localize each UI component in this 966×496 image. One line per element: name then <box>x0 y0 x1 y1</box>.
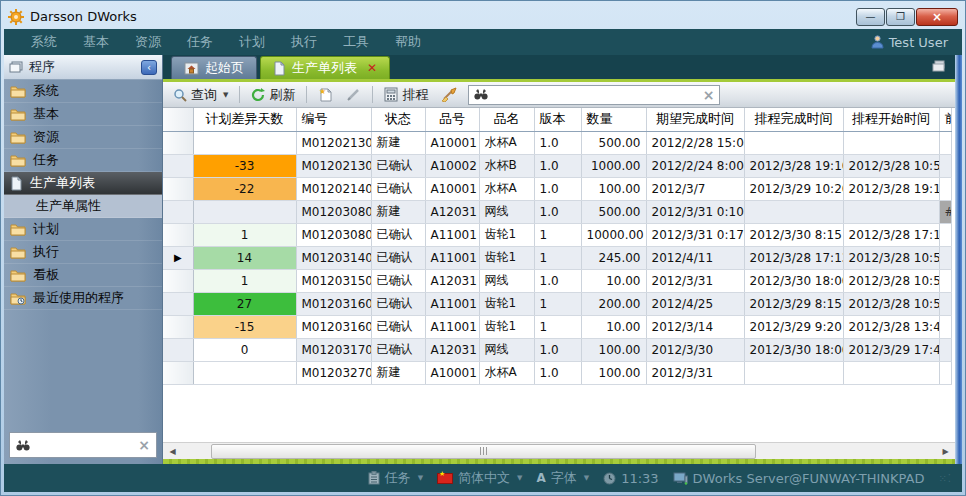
sidebar-item-5[interactable]: 生产单属性 <box>4 195 162 218</box>
scroll-left-icon[interactable]: ◀ <box>164 444 181 459</box>
tab-close-icon[interactable]: ✕ <box>367 61 377 75</box>
tab-home[interactable]: 起始页 <box>171 56 257 79</box>
cell-expect: 2012/4/11 <box>646 246 744 269</box>
resize-grip[interactable]: ⁙⁚ <box>938 473 952 484</box>
row-selector[interactable] <box>163 154 193 177</box>
column-header-2[interactable]: 状态 <box>371 108 425 131</box>
table-filter-box: × <box>468 85 720 105</box>
row-selector[interactable] <box>163 223 193 246</box>
edit-pencil-icon[interactable] <box>342 85 365 104</box>
folder-icon <box>10 246 26 259</box>
cell-sched_end <box>744 200 843 223</box>
tab-orders[interactable]: 生产单列表✕ <box>260 56 390 79</box>
cell-expect: 2012/3/31 0:10 <box>646 200 744 223</box>
sidebar-item-0[interactable]: 系统 <box>4 80 162 103</box>
sidebar-item-label: 系统 <box>33 82 59 100</box>
menu-item-1[interactable]: 基本 <box>70 30 122 54</box>
font-dropdown-icon[interactable]: ▼ <box>584 474 589 482</box>
column-header-3[interactable]: 品号 <box>425 108 479 131</box>
row-selector[interactable] <box>163 338 193 361</box>
menu-item-2[interactable]: 资源 <box>122 30 174 54</box>
table-row[interactable]: -15M012031602已确认A11001齿轮1110.002012/3/14… <box>163 315 951 338</box>
binoculars-icon <box>474 89 488 100</box>
new-document-icon[interactable]: ★ <box>314 85 337 105</box>
close-button[interactable]: × <box>916 8 958 26</box>
table-row[interactable]: ▶14M012031402已确认A11001齿轮11245.002012/4/1… <box>163 246 951 269</box>
table-row[interactable]: 1M012031501已确认A12031网线1.010.002012/3/312… <box>163 269 951 292</box>
table-row[interactable]: -33M012021302已确认A10002水杯B1.01000.002012/… <box>163 154 951 177</box>
task-menu[interactable]: 任务 ▼ <box>368 469 423 487</box>
tab-label: 起始页 <box>205 59 244 77</box>
sidebar-item-3[interactable]: 任务 <box>4 149 162 172</box>
table-row[interactable]: M012021301新建A10001水杯A1.0500.002012/2/28 … <box>163 131 951 154</box>
table-row[interactable]: -22M012021401已确认A10001水杯A1.0100.002012/3… <box>163 177 951 200</box>
column-header-10[interactable]: 前 <box>939 108 951 131</box>
sidebar-item-8[interactable]: 看板 <box>4 264 162 287</box>
menu-item-6[interactable]: 工具 <box>330 30 382 54</box>
sidebar-item-1[interactable]: 基本 <box>4 103 162 126</box>
sidebar-item-2[interactable]: 资源 <box>4 126 162 149</box>
column-header-4[interactable]: 品名 <box>479 108 534 131</box>
menu-item-5[interactable]: 执行 <box>278 30 330 54</box>
broom-icon[interactable] <box>437 85 461 104</box>
row-selector[interactable] <box>163 292 193 315</box>
window-list-icon[interactable] <box>932 60 947 72</box>
column-header-9[interactable]: 排程开始时间 <box>843 108 939 131</box>
column-header-7[interactable]: 期望完成时间 <box>646 108 744 131</box>
row-selector[interactable] <box>163 131 193 154</box>
task-dropdown-icon[interactable]: ▼ <box>418 474 423 482</box>
column-header-1[interactable]: 编号 <box>296 108 371 131</box>
row-selector[interactable] <box>163 269 193 292</box>
row-selector[interactable] <box>163 361 193 384</box>
row-selector[interactable] <box>163 315 193 338</box>
menu-item-3[interactable]: 任务 <box>174 30 226 54</box>
sidebar-search-input[interactable] <box>36 438 132 452</box>
clock-icon <box>603 472 616 485</box>
font-menu[interactable]: A 字体 ▼ <box>536 469 589 487</box>
table-row[interactable]: M012030801新建A12031网线1.0500.002012/3/31 0… <box>163 200 951 223</box>
cell-version: 1.0 <box>534 361 581 384</box>
sidebar-item-7[interactable]: 执行 <box>4 241 162 264</box>
row-selector[interactable] <box>163 200 193 223</box>
language-dropdown-icon[interactable]: ▼ <box>517 474 522 482</box>
language-menu[interactable]: 简体中文 ▼ <box>437 469 522 487</box>
schedule-button[interactable]: 排程 <box>380 84 432 106</box>
query-dropdown-icon[interactable]: ▼ <box>223 91 228 99</box>
scrollbar-track[interactable] <box>181 444 937 459</box>
table-row[interactable]: M012032701新建A10001水杯A1.0100.002012/3/31 <box>163 361 951 384</box>
cell-expect: 2012/3/31 <box>646 269 744 292</box>
minimize-button[interactable]: — <box>856 8 885 26</box>
scroll-right-icon[interactable]: ▶ <box>937 444 954 459</box>
menu-item-4[interactable]: 计划 <box>226 30 278 54</box>
cell-diff-days: 27 <box>193 292 296 315</box>
column-header-0[interactable]: 计划差异天数 <box>193 108 296 131</box>
clock-time: 11:33 <box>621 471 658 486</box>
menu-item-0[interactable]: 系统 <box>18 30 70 54</box>
table-row[interactable]: 0M012031701已确认A12031网线1.0100.002012/3/30… <box>163 338 951 361</box>
maximize-button[interactable]: ❐ <box>886 8 915 26</box>
column-header-6[interactable]: 数量 <box>581 108 646 131</box>
sidebar-item-9[interactable]: 最近使用的程序 <box>4 287 162 310</box>
column-header-5[interactable]: 版本 <box>534 108 581 131</box>
row-selector[interactable]: ▶ <box>163 246 193 269</box>
cell-version: 1.0 <box>534 338 581 361</box>
sidebar-collapse-button[interactable]: ‹ <box>141 60 157 75</box>
query-button[interactable]: 查询 ▼ <box>169 84 232 106</box>
menu-item-7[interactable]: 帮助 <box>382 30 434 54</box>
refresh-button[interactable]: 刷新 <box>247 84 299 106</box>
scrollbar-thumb[interactable] <box>211 444 755 459</box>
filter-clear-icon[interactable]: × <box>703 87 715 103</box>
row-selector[interactable] <box>163 177 193 200</box>
cell-code: M012031601 <box>296 292 371 315</box>
column-header-8[interactable]: 排程完成时间 <box>744 108 843 131</box>
user-indicator[interactable]: Test User <box>871 35 948 50</box>
sidebar-item-6[interactable]: 计划 <box>4 218 162 241</box>
horizontal-scrollbar[interactable]: ◀ ▶ <box>163 442 955 459</box>
sidebar-search-clear-icon[interactable]: × <box>138 437 150 453</box>
table-row[interactable]: 27M012031601已确认A11001齿轮11200.002012/4/25… <box>163 292 951 315</box>
table-filter-input[interactable] <box>493 88 697 102</box>
cell-item_no: A12031 <box>425 338 479 361</box>
table-row[interactable]: 1M012030802已确认A11001齿轮1110000.002012/3/3… <box>163 223 951 246</box>
sidebar-item-4[interactable]: 生产单列表 <box>4 172 162 195</box>
cell-status: 已确认 <box>371 269 425 292</box>
